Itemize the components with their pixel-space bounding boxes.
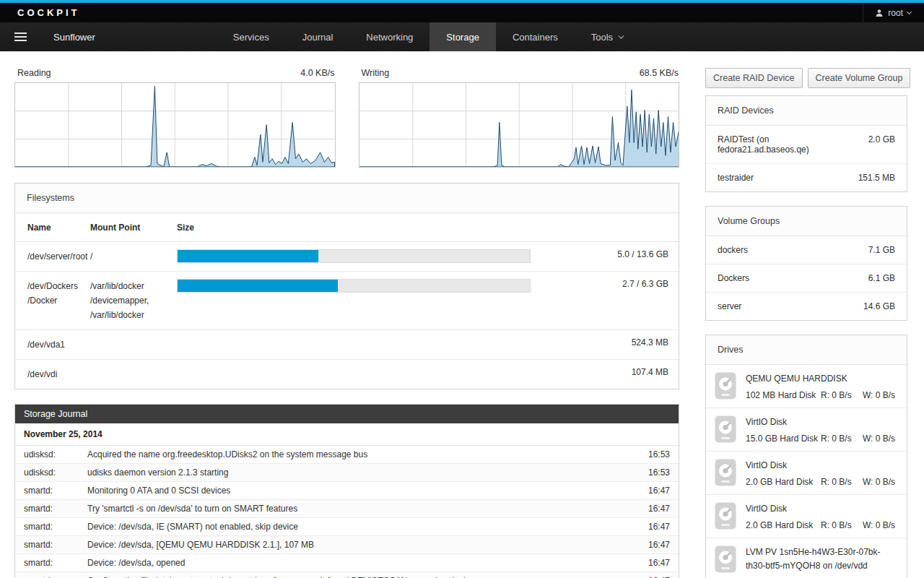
fs-col-size: Size [177, 213, 533, 242]
nav-item[interactable]: Containers [496, 22, 575, 51]
drive-size: 15.0 GB Hard Disk [746, 433, 821, 444]
filesystem-row[interactable]: /dev/vdi 107.4 MB [15, 360, 679, 389]
create-raid-device-button[interactable]: Create RAID Device [705, 68, 803, 88]
drive-read-rate: R: 0 B/s [821, 476, 863, 488]
volume-groups-panel: Volume Groups dockers 7.1 GB Dockers 6.1… [705, 206, 907, 321]
nav-item-label: Journal [302, 32, 334, 43]
brand-bar: COCKPIT root [0, 3, 924, 22]
drive-name: VirtIO Disk [746, 459, 898, 473]
raid-device-row[interactable]: RAIDTest (on fedora21.ad.baseos.qe) 2.0 … [706, 125, 907, 163]
nav-item-label: Containers [513, 32, 558, 43]
filesystems-panel: Filesystems Name Mount Point Size /dev/s… [14, 183, 679, 389]
nav-item[interactable]: Journal [286, 22, 350, 51]
drive-row[interactable]: VirtIO Disk 2.0 GB Hard Disk R: 0 B/s W:… [706, 451, 907, 494]
fs-mount-point [90, 330, 177, 360]
drive-read-rate: R: 0 B/s [821, 433, 863, 444]
fs-name: /dev/server/root [15, 242, 90, 272]
hard-disk-icon [715, 415, 736, 443]
journal-entry-row[interactable]: smartd: Monitoring 0 ATA and 0 SCSI devi… [15, 482, 679, 500]
fs-usage-bar [177, 249, 531, 263]
chevron-down-icon [618, 33, 624, 38]
journal-message: Monitoring 0 ATA and 0 SCSI devices [87, 486, 627, 496]
fs-usage-fill [178, 250, 318, 262]
nav-item-label: Tools [591, 32, 613, 43]
raid-device-name: RAIDTest (on fedora21.ad.baseos.qe) [718, 134, 863, 155]
journal-entry-row[interactable]: udisksd: udisks daemon version 2.1.3 sta… [15, 464, 679, 482]
volume-group-row[interactable]: server 14.6 GB [706, 292, 907, 320]
reading-chart-rate: 4.0 KB/s [300, 68, 334, 78]
volume-group-row[interactable]: Dockers 6.1 GB [706, 264, 907, 292]
journal-service: smartd: [24, 486, 87, 496]
journal-message: Device: /dev/sda, opened [87, 558, 627, 568]
fs-name: /dev/Dockers/Docker [15, 272, 90, 330]
drive-read-rate: R: 0 B/s [821, 389, 863, 401]
drive-size: 2.0 GB Hard Disk [746, 519, 821, 531]
journal-entry-row[interactable]: smartd: Device: /dev/sda, opened 16:47 [15, 554, 679, 572]
main-nav: Sunflower Services Journal Networking St… [0, 22, 924, 51]
nav-item[interactable]: Tools [575, 22, 639, 51]
raid-devices-title: RAID Devices [706, 96, 907, 125]
nav-item[interactable]: Services [217, 22, 286, 51]
journal-time: 16:53 [627, 467, 670, 478]
drive-size: 102 MB Hard Disk [746, 389, 821, 401]
journal-entry-row[interactable]: smartd: Device: /dev/sda, [QEMU QEMU HAR… [15, 536, 679, 554]
journal-service: smartd: [24, 522, 87, 532]
volume-group-name: dockers [718, 245, 748, 255]
journal-time: 16:53 [627, 449, 670, 460]
writing-chart-plot [359, 82, 680, 168]
fs-size: 2.7 / 6.3 GB [533, 272, 679, 330]
raid-devices-panel: RAID Devices RAIDTest (on fedora21.ad.ba… [705, 95, 907, 192]
volume-group-name: server [718, 301, 741, 311]
raid-device-size: 151.5 MB [858, 173, 895, 183]
cockpit-logo: COCKPIT [0, 7, 80, 18]
user-icon [875, 9, 884, 17]
hard-disk-icon [715, 459, 736, 486]
drive-row[interactable]: VirtIO Disk 2.0 GB Hard Disk R: 0 B/s W:… [706, 494, 907, 538]
raid-device-size: 2.0 GB [868, 134, 895, 155]
volume-groups-title: Volume Groups [706, 207, 907, 236]
fs-size: 5.0 / 13.6 GB [533, 242, 679, 272]
nav-item[interactable]: Storage [430, 22, 496, 51]
fs-mount-point [90, 360, 177, 389]
journal-entry-row[interactable]: smartd: Device: /dev/sda, IE (SMART) not… [15, 518, 679, 536]
journal-service: smartd: [24, 558, 87, 568]
journal-time: 16:47 [627, 504, 670, 514]
fs-usage-fill [178, 280, 338, 292]
drive-name: LVM PV 1sn5He-h4W3-E30r-07bk-th30-btf5-m… [746, 545, 898, 573]
hard-disk-icon [715, 545, 736, 573]
drive-write-rate: W: 0 B/s [863, 519, 895, 531]
nav-items: Services Journal Networking Storage Cont… [217, 22, 639, 51]
journal-entry-row[interactable]: smartd: Configuration file /etc/smartmon… [15, 572, 679, 578]
filesystem-row[interactable]: /dev/server/root / 5.0 / 13.6 GB [15, 242, 679, 272]
volume-group-row[interactable]: dockers 7.1 GB [706, 236, 907, 264]
user-menu[interactable]: root [863, 3, 924, 22]
hamburger-menu-button[interactable] [0, 22, 40, 51]
journal-message: Device: /dev/sda, [QEMU QEMU HARDDISK 2.… [87, 540, 627, 550]
reading-chart-title: Reading [17, 68, 51, 78]
raid-device-row[interactable]: testraider 151.5 MB [706, 163, 907, 191]
filesystem-row[interactable]: /dev/vda1 524.3 MB [15, 330, 679, 360]
fs-col-mount: Mount Point [90, 213, 177, 242]
drive-name: QEMU QEMU HARDDISK [746, 372, 898, 386]
journal-entry-row[interactable]: smartd: Try 'smartctl -s on /dev/sda' to… [15, 500, 679, 518]
drive-row[interactable]: LVM PV 1sn5He-h4W3-E30r-07bk-th30-btf5-m… [706, 538, 907, 578]
fs-name: /dev/vda1 [15, 330, 90, 360]
nav-item-label: Storage [446, 32, 479, 43]
journal-time: 16:47 [627, 486, 670, 496]
filesystem-row[interactable]: /dev/Dockers/Docker /var/lib/docker/devi… [15, 272, 679, 330]
journal-entry-row[interactable]: udisksd: Acquired the name org.freedeskt… [15, 446, 679, 464]
volume-group-name: Dockers [718, 273, 749, 283]
journal-time: 16:47 [627, 522, 670, 532]
writing-chart-rate: 68.5 KB/s [640, 68, 679, 78]
storage-actions: Create RAID Device Create Volume Group [705, 68, 907, 88]
nav-item[interactable]: Networking [349, 22, 430, 51]
hostname-selector[interactable]: Sunflower [40, 22, 108, 51]
create-volume-group-button[interactable]: Create Volume Group [808, 68, 911, 88]
drive-row[interactable]: VirtIO Disk 15.0 GB Hard Disk R: 0 B/s W… [706, 407, 907, 451]
fs-mount-point: / [90, 242, 177, 272]
chevron-down-icon [907, 9, 912, 14]
drive-row[interactable]: QEMU QEMU HARDDISK 102 MB Hard Disk R: 0… [706, 364, 907, 407]
drive-write-rate: W: 0 B/s [863, 389, 895, 401]
journal-service: udisksd: [24, 467, 87, 478]
journal-panel-title: Storage Journal [15, 405, 679, 423]
